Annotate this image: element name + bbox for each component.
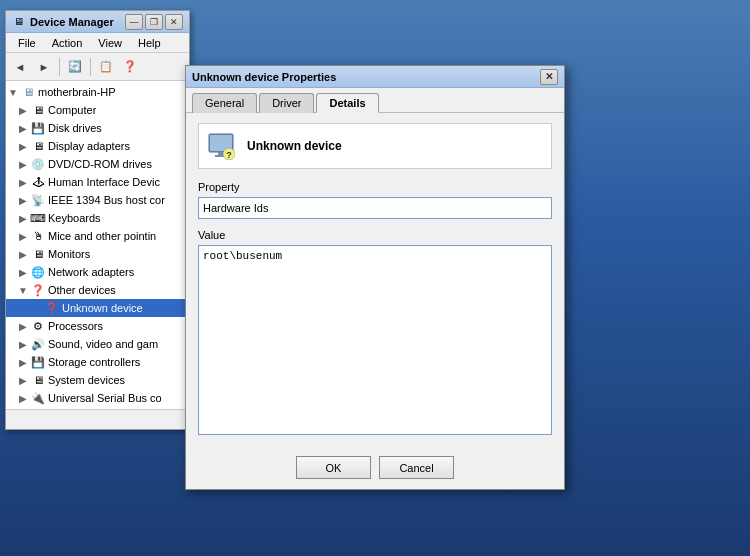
tree-label-monitors: Monitors <box>48 248 90 260</box>
tree-item-ieee[interactable]: ▶ 📡 IEEE 1394 Bus host cor <box>6 191 189 209</box>
tree-expand-disk: ▶ <box>16 123 30 134</box>
toolbar-back-btn[interactable]: ◄ <box>9 56 31 78</box>
menu-view[interactable]: View <box>90 35 130 51</box>
tab-general[interactable]: General <box>192 93 257 113</box>
tree-icon-hid: 🕹 <box>30 174 46 190</box>
device-icon: ? <box>205 130 237 162</box>
tree-label-ieee: IEEE 1394 Bus host cor <box>48 194 165 206</box>
tree-item-hid[interactable]: ▶ 🕹 Human Interface Devic <box>6 173 189 191</box>
tree-expand-usb: ▶ <box>16 393 30 404</box>
tree-expand-mice: ▶ <box>16 231 30 242</box>
tree-label-storage: Storage controllers <box>48 356 140 368</box>
tree-label-sound: Sound, video and gam <box>48 338 158 350</box>
cancel-button[interactable]: Cancel <box>379 456 454 479</box>
dm-statusbar <box>6 409 189 429</box>
tree-item-network[interactable]: ▶ 🌐 Network adapters <box>6 263 189 281</box>
toolbar-refresh-btn[interactable]: 🔄 <box>64 56 86 78</box>
menu-help[interactable]: Help <box>130 35 169 51</box>
dm-titlebar: 🖥 Device Manager — ❐ ✕ <box>6 11 189 33</box>
tree-item-storage[interactable]: ▶ 💾 Storage controllers <box>6 353 189 371</box>
device-manager-window: 🖥 Device Manager — ❐ ✕ File Action View … <box>5 10 190 430</box>
tree-item-computer[interactable]: ▶ 🖥 Computer <box>6 101 189 119</box>
tree-expand-network: ▶ <box>16 267 30 278</box>
tab-driver[interactable]: Driver <box>259 93 314 113</box>
tree-expand-hid: ▶ <box>16 177 30 188</box>
dm-restore-btn[interactable]: ❐ <box>145 14 163 30</box>
dialog-content: ? Unknown device Property Hardware Ids C… <box>186 113 564 448</box>
value-label: Value <box>198 229 552 241</box>
tree-item-unknown[interactable]: ❓ Unknown device <box>6 299 189 317</box>
toolbar-sep1 <box>59 58 60 76</box>
tree-item-keyboard[interactable]: ▶ ⌨ Keyboards <box>6 209 189 227</box>
tree-icon-mice: 🖱 <box>30 228 46 244</box>
dm-title-controls: — ❐ ✕ <box>125 14 183 30</box>
tree-root-expand: ▼ <box>6 87 20 98</box>
tree-item-sound[interactable]: ▶ 🔊 Sound, video and gam <box>6 335 189 353</box>
menu-action[interactable]: Action <box>44 35 91 51</box>
tree-label-unknown: Unknown device <box>62 302 143 314</box>
tree-label-usb: Universal Serial Bus co <box>48 392 162 404</box>
tree-item-system[interactable]: ▶ 🖥 System devices <box>6 371 189 389</box>
menu-file[interactable]: File <box>10 35 44 51</box>
toolbar-forward-btn[interactable]: ► <box>33 56 55 78</box>
device-header: ? Unknown device <box>198 123 552 169</box>
tree-root-label: motherbrain-HP <box>38 86 116 98</box>
property-label: Property <box>198 181 552 193</box>
dm-title: Device Manager <box>30 16 114 28</box>
dm-tree: ▼ 🖥 motherbrain-HP ▶ 🖥 Computer ▶ 💾 Disk… <box>6 81 189 409</box>
tree-icon-disk: 💾 <box>30 120 46 136</box>
tree-icon-storage: 💾 <box>30 354 46 370</box>
tree-expand-dvd: ▶ <box>16 159 30 170</box>
device-svg-icon: ? <box>207 132 235 160</box>
tree-item-usb[interactable]: ▶ 🔌 Universal Serial Bus co <box>6 389 189 407</box>
tree-expand-storage: ▶ <box>16 357 30 368</box>
tree-label-processors: Processors <box>48 320 103 332</box>
tree-icon-monitors: 🖥 <box>30 246 46 262</box>
dialog-close-btn[interactable]: ✕ <box>540 69 558 85</box>
tree-icon-computer: 🖥 <box>30 102 46 118</box>
tree-label-system: System devices <box>48 374 125 386</box>
properties-dialog: Unknown device Properties ✕ General Driv… <box>185 65 565 490</box>
tree-expand-ieee: ▶ <box>16 195 30 206</box>
tree-label-network: Network adapters <box>48 266 134 278</box>
tree-item-dvd[interactable]: ▶ 💿 DVD/CD-ROM drives <box>6 155 189 173</box>
dm-minimize-btn[interactable]: — <box>125 14 143 30</box>
tree-icon-keyboard: ⌨ <box>30 210 46 226</box>
toolbar-sep2 <box>90 58 91 76</box>
tree-label-dvd: DVD/CD-ROM drives <box>48 158 152 170</box>
svg-text:?: ? <box>226 150 232 160</box>
tree-label-hid: Human Interface Devic <box>48 176 160 188</box>
tree-root-icon: 🖥 <box>20 84 36 100</box>
dm-close-btn[interactable]: ✕ <box>165 14 183 30</box>
tree-root[interactable]: ▼ 🖥 motherbrain-HP <box>6 83 189 101</box>
ok-button[interactable]: OK <box>296 456 371 479</box>
tree-item-monitors[interactable]: ▶ 🖥 Monitors <box>6 245 189 263</box>
device-name: Unknown device <box>247 139 342 153</box>
dialog-buttons: OK Cancel <box>186 448 564 489</box>
tree-icon-sound: 🔊 <box>30 336 46 352</box>
dialog-title: Unknown device Properties <box>192 71 540 83</box>
dialog-tabs: General Driver Details <box>186 88 564 113</box>
tree-icon-ieee: 📡 <box>30 192 46 208</box>
tree-icon-unknown: ❓ <box>44 300 60 316</box>
tree-label-display: Display adapters <box>48 140 130 152</box>
property-select[interactable]: Hardware Ids Compatible Ids Class Class … <box>198 197 552 219</box>
tree-item-mice[interactable]: ▶ 🖱 Mice and other pointin <box>6 227 189 245</box>
tree-item-processors[interactable]: ▶ ⚙ Processors <box>6 317 189 335</box>
value-textarea[interactable] <box>198 245 552 435</box>
dm-toolbar: ◄ ► 🔄 📋 ❓ <box>6 53 189 81</box>
tree-expand-sound: ▶ <box>16 339 30 350</box>
toolbar-help-btn[interactable]: ❓ <box>119 56 141 78</box>
tree-icon-processors: ⚙ <box>30 318 46 334</box>
tree-label-computer: Computer <box>48 104 96 116</box>
toolbar-prop-btn[interactable]: 📋 <box>95 56 117 78</box>
tree-expand-computer: ▶ <box>16 105 30 116</box>
tab-details[interactable]: Details <box>316 93 378 113</box>
tree-expand-other: ▼ <box>16 285 30 296</box>
tree-label-disk: Disk drives <box>48 122 102 134</box>
tree-item-other[interactable]: ▼ ❓ Other devices <box>6 281 189 299</box>
tree-expand-monitors: ▶ <box>16 249 30 260</box>
tree-item-display[interactable]: ▶ 🖥 Display adapters <box>6 137 189 155</box>
tree-item-disk[interactable]: ▶ 💾 Disk drives <box>6 119 189 137</box>
tree-expand-system: ▶ <box>16 375 30 386</box>
